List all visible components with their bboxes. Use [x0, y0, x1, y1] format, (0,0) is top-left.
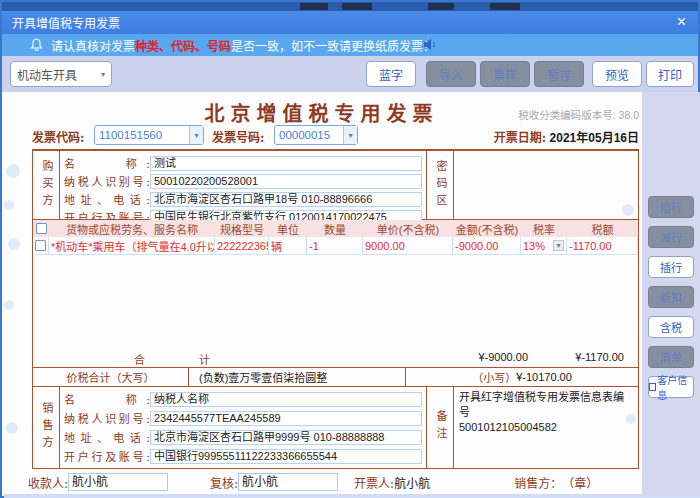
item-row[interactable]: *机动车*乘用车（排气量在4.0升以上 2222223654 辆 -1 9000… — [33, 237, 638, 255]
insert-row-button[interactable]: 插行 — [648, 256, 694, 278]
password-area-label: 密码区 — [427, 151, 453, 219]
buyer-name-row: 名 称: 测试 — [64, 155, 422, 171]
col-qty: 数量 — [307, 221, 363, 237]
col-amount: 金额(不含税) — [453, 221, 521, 237]
preview-button[interactable]: 预览 — [592, 61, 642, 87]
invoice-body: 购买方 名 称: 测试 纳税人识别号: 50010220200528001 地址… — [32, 149, 639, 469]
invoice-date-value: 2021年05月16日 — [550, 131, 639, 145]
select-all-checkbox[interactable] — [33, 220, 49, 237]
item-spec-cell[interactable]: 2222223654 — [215, 237, 269, 255]
seller-bank-label: 开户行及账号: — [64, 448, 150, 464]
seller-bank-input[interactable]: 中国银行99955511122233366655544 — [150, 449, 422, 464]
toolbar: 机动车开具 ▾ 蓝字 导入 票样 暂存 预览 打印 — [2, 56, 698, 92]
import-button: 导入 — [426, 61, 476, 87]
buyer-name-label: 名 称: — [64, 155, 150, 171]
chevron-down-icon: ▾ — [101, 70, 105, 79]
discount-button: 折扣 — [648, 286, 694, 308]
sum-small-label: （小写） — [472, 369, 516, 385]
payee-input[interactable]: 航小航 — [68, 473, 168, 491]
seller-address-input[interactable]: 北京市海淀区杏石口路甲9999号 010-88888888 — [150, 430, 422, 445]
seller-address-label: 地址、电话: — [64, 429, 150, 445]
seller-fields: 名 称: 纳税人名称 纳税人识别号: 2342445577TEAA245589 … — [59, 387, 427, 468]
seller-address-row: 地址、电话: 北京市海淀区杏石口路甲9999号 010-88888888 — [64, 429, 422, 445]
seller-taxid-row: 纳税人识别号: 2342445577TEAA245589 — [64, 410, 422, 426]
buyer-taxid-input[interactable]: 50010220200528001 — [150, 174, 422, 189]
payee-label: 收款人: — [28, 474, 68, 491]
seller-name-row: 名 称: 纳税人名称 — [64, 391, 422, 407]
item-tax-cell[interactable]: -1170.00 — [567, 237, 638, 255]
add-row-button: 增行 — [648, 196, 694, 218]
customer-info-button[interactable]: 客户信息 — [648, 376, 694, 398]
speaker-icon[interactable] — [422, 37, 438, 55]
chevron-down-icon[interactable]: ▾ — [189, 126, 203, 144]
items-empty-area[interactable] — [33, 255, 638, 349]
buyer-taxid-label: 纳税人识别号: — [64, 173, 150, 189]
buyer-address-label: 地址、电话: — [64, 191, 150, 207]
blue-invoice-button[interactable]: 蓝字 — [366, 61, 416, 87]
buyer-section: 购买方 名 称: 测试 纳税人识别号: 50010220200528001 地址… — [32, 151, 639, 220]
decorative-circle — [4, 300, 14, 310]
close-icon[interactable]: × — [677, 12, 686, 32]
total-tax: ¥-1170.00 — [575, 351, 624, 363]
customer-info-checkbox[interactable] — [649, 383, 656, 391]
invoice-number-value: 00000015 — [275, 129, 343, 141]
item-price-cell[interactable]: 9000.00 — [363, 237, 453, 255]
tax-code-version: 税收分类编码版本号: 38.0 — [434, 107, 639, 122]
notice-emphasis: 种类、代码、号码 — [135, 40, 231, 54]
reviewer-input[interactable]: 航小航 — [238, 473, 338, 491]
background-window-fragment — [490, 3, 520, 10]
invoice-date-label: 开票日期: — [494, 131, 546, 145]
seller-section: 销售方 名 称: 纳税人名称 纳税人识别号: 2342445577TEAA245… — [32, 387, 639, 469]
col-price: 单价(不含税) — [363, 221, 453, 237]
decorative-circle — [4, 200, 14, 210]
row-checkbox[interactable] — [33, 237, 49, 255]
chevron-down-icon[interactable]: ▾ — [343, 126, 357, 144]
seller-taxid-input[interactable]: 2342445577TEAA245589 — [150, 411, 422, 426]
invoice-number-select[interactable]: 00000015 ▾ — [274, 125, 358, 145]
print-button[interactable]: 打印 — [646, 61, 694, 87]
window-title: 开具增值税专用发票 — [12, 14, 120, 31]
decorative-circle — [8, 238, 20, 250]
item-rate-select[interactable]: 13% ▾ — [521, 237, 567, 255]
seller-bank-row: 开户行及账号: 中国银行99955511122233366655544 — [64, 448, 422, 464]
item-rate-value: 13% — [523, 240, 545, 252]
total-amount: ¥-9000.00 — [363, 351, 528, 363]
remark-line1: 开具红字增值税专用发票信息表编号 — [459, 390, 633, 420]
buyer-taxid-row: 纳税人识别号: 50010220200528001 — [64, 173, 422, 189]
background-window-fragment — [342, 3, 372, 10]
buyer-name-input[interactable]: 测试 — [150, 156, 422, 171]
item-name-cell[interactable]: *机动车*乘用车（排气量在4.0升以上 — [49, 237, 215, 255]
invoice-mode-select[interactable]: 机动车开具 ▾ — [10, 61, 112, 87]
chevron-down-icon[interactable]: ▾ — [553, 240, 564, 251]
sample-button: 票样 — [480, 61, 530, 87]
drawer-label: 开票人: — [354, 474, 394, 491]
remark-line2: 5001012105004582 — [459, 420, 633, 435]
reviewer-label: 复核: — [210, 474, 238, 491]
item-qty-cell[interactable]: -1 — [307, 237, 363, 255]
buyer-address-input[interactable]: 北京市海淀区杏石口路甲18号 010-88896666 — [150, 192, 422, 207]
seller-name-input[interactable]: 纳税人名称 — [150, 392, 422, 407]
title-bar: 开具增值税专用发票 × — [2, 11, 698, 34]
items-table: 货物或应税劳务、服务名称 规格型号 单位 数量 单价(不含税) 金额(不含税) … — [32, 220, 639, 368]
password-area — [453, 151, 638, 219]
remark-label: 备注 — [427, 387, 453, 468]
sum-row: 价税合计（大写） (负数)壹万零壹佰柒拾圆整 （小写） ¥-10170.00 — [32, 368, 639, 387]
notice-bar: 请认真核对发票种类、代码、号码是否一致，如不一致请更换纸质发票！ — [2, 34, 698, 56]
item-unit-cell[interactable]: 辆 — [269, 237, 307, 255]
invoice-code-select[interactable]: 1100151560 ▾ — [94, 125, 204, 145]
tax-included-button[interactable]: 含税 — [648, 316, 694, 338]
col-unit: 单位 — [269, 221, 307, 237]
hold-button: 暂存 — [534, 61, 584, 87]
invoice-code-label: 发票代码: — [32, 128, 84, 145]
col-rate: 税率 — [521, 221, 567, 237]
buyer-side-label: 购买方 — [33, 151, 59, 219]
bell-icon — [30, 38, 43, 52]
remark-content[interactable]: 开具红字增值税专用发票信息表编号 5001012105004582 — [453, 387, 638, 468]
item-amount-cell[interactable]: -9000.00 — [453, 237, 521, 255]
seller-name-label: 名 称: — [64, 391, 150, 407]
sum-small: （小写） ¥-10170.00 — [406, 368, 638, 386]
decorative-circle — [6, 422, 18, 434]
col-name: 货物或应税劳务、服务名称 — [49, 221, 215, 237]
seller-stamp-label: 销售方： — [514, 474, 562, 491]
customer-info-label: 客户信息 — [657, 372, 693, 402]
